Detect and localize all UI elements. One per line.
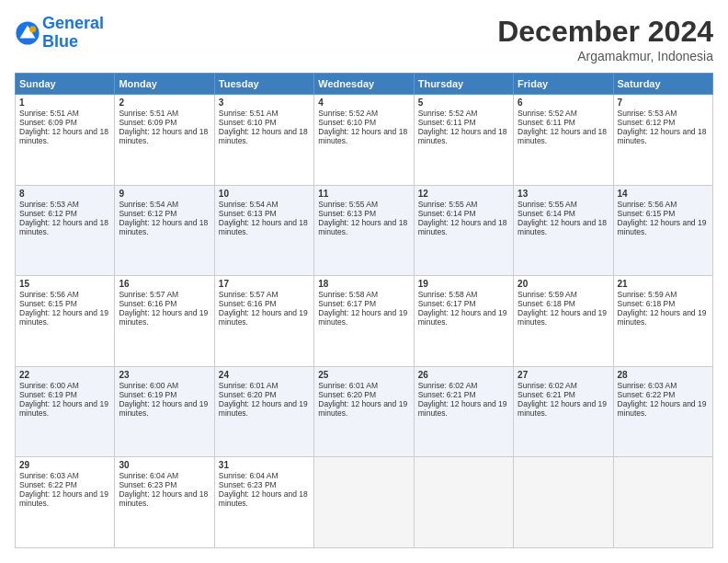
day-number: 12 bbox=[418, 189, 509, 199]
sunrise-time: Sunrise: 5:57 AM bbox=[219, 290, 279, 299]
sunrise-time: Sunrise: 6:04 AM bbox=[219, 471, 279, 480]
col-monday: Monday bbox=[115, 74, 214, 95]
col-thursday: Thursday bbox=[414, 74, 513, 95]
calendar-week-3: 15 Sunrise: 5:56 AM Sunset: 6:15 PM Dayl… bbox=[16, 276, 713, 367]
svg-point-1 bbox=[29, 26, 36, 32]
day-number: 6 bbox=[518, 98, 609, 108]
sunrise-time: Sunrise: 5:58 AM bbox=[318, 290, 378, 299]
calendar-cell: 30 Sunrise: 6:04 AM Sunset: 6:23 PM Dayl… bbox=[115, 457, 214, 548]
calendar-cell bbox=[514, 457, 613, 548]
day-number: 7 bbox=[618, 98, 709, 108]
calendar-cell: 18 Sunrise: 5:58 AM Sunset: 6:17 PM Dayl… bbox=[314, 276, 414, 367]
day-number: 2 bbox=[119, 98, 210, 108]
sunrise-time: Sunrise: 6:02 AM bbox=[518, 381, 577, 390]
calendar-cell: 3 Sunrise: 5:51 AM Sunset: 6:10 PM Dayli… bbox=[214, 95, 313, 186]
col-wednesday: Wednesday bbox=[314, 74, 414, 95]
calendar-cell: 29 Sunrise: 6:03 AM Sunset: 6:22 PM Dayl… bbox=[16, 457, 115, 548]
calendar-table: Sunday Monday Tuesday Wednesday Thursday… bbox=[15, 73, 713, 548]
calendar-cell: 7 Sunrise: 5:53 AM Sunset: 6:12 PM Dayli… bbox=[613, 95, 712, 186]
calendar-cell: 27 Sunrise: 6:02 AM Sunset: 6:21 PM Dayl… bbox=[514, 366, 613, 457]
sunrise-time: Sunrise: 5:52 AM bbox=[318, 109, 378, 118]
calendar-week-4: 22 Sunrise: 6:00 AM Sunset: 6:19 PM Dayl… bbox=[16, 366, 713, 457]
sunrise-time: Sunrise: 5:53 AM bbox=[19, 200, 79, 209]
sunset-time: Sunset: 6:22 PM bbox=[618, 390, 676, 399]
sunset-time: Sunset: 6:22 PM bbox=[19, 480, 77, 489]
col-friday: Friday bbox=[514, 74, 613, 95]
sunrise-time: Sunrise: 6:02 AM bbox=[418, 381, 478, 390]
daylight-info: Daylight: 12 hours and 19 minutes. bbox=[518, 308, 607, 327]
calendar-cell: 6 Sunrise: 5:52 AM Sunset: 6:11 PM Dayli… bbox=[514, 95, 613, 186]
day-number: 29 bbox=[19, 460, 110, 470]
location-subtitle: Argamakmur, Indonesia bbox=[497, 49, 713, 63]
day-number: 24 bbox=[219, 370, 310, 380]
daylight-info: Daylight: 12 hours and 18 minutes. bbox=[19, 127, 108, 145]
daylight-info: Daylight: 12 hours and 18 minutes. bbox=[318, 127, 407, 145]
title-area: December 2024 Argamakmur, Indonesia bbox=[497, 15, 713, 63]
calendar-cell: 12 Sunrise: 5:55 AM Sunset: 6:14 PM Dayl… bbox=[414, 185, 513, 276]
sunset-time: Sunset: 6:20 PM bbox=[318, 390, 376, 399]
sunrise-time: Sunrise: 5:51 AM bbox=[19, 109, 79, 118]
day-number: 15 bbox=[19, 279, 110, 289]
calendar-cell: 2 Sunrise: 5:51 AM Sunset: 6:09 PM Dayli… bbox=[115, 95, 214, 186]
calendar-cell: 21 Sunrise: 5:59 AM Sunset: 6:18 PM Dayl… bbox=[613, 276, 712, 367]
day-number: 1 bbox=[19, 98, 110, 108]
sunset-time: Sunset: 6:21 PM bbox=[418, 390, 476, 399]
sunset-time: Sunset: 6:12 PM bbox=[119, 209, 176, 218]
sunset-time: Sunset: 6:17 PM bbox=[418, 299, 476, 308]
daylight-info: Daylight: 12 hours and 19 minutes. bbox=[19, 399, 108, 418]
daylight-info: Daylight: 12 hours and 19 minutes. bbox=[618, 399, 707, 418]
daylight-info: Daylight: 12 hours and 19 minutes. bbox=[119, 308, 208, 327]
sunrise-time: Sunrise: 5:58 AM bbox=[418, 290, 478, 299]
daylight-info: Daylight: 12 hours and 18 minutes. bbox=[318, 218, 407, 236]
calendar-cell bbox=[414, 457, 513, 548]
sunrise-time: Sunrise: 5:52 AM bbox=[418, 109, 478, 118]
daylight-info: Daylight: 12 hours and 19 minutes. bbox=[119, 399, 208, 418]
sunrise-time: Sunrise: 5:54 AM bbox=[119, 200, 178, 209]
day-number: 18 bbox=[318, 279, 409, 289]
daylight-info: Daylight: 12 hours and 19 minutes. bbox=[318, 399, 407, 418]
day-number: 28 bbox=[618, 370, 709, 380]
daylight-info: Daylight: 12 hours and 19 minutes. bbox=[618, 308, 707, 327]
calendar-cell: 17 Sunrise: 5:57 AM Sunset: 6:16 PM Dayl… bbox=[214, 276, 313, 367]
sunrise-time: Sunrise: 5:51 AM bbox=[219, 109, 279, 118]
daylight-info: Daylight: 12 hours and 19 minutes. bbox=[19, 489, 108, 508]
logo: General Blue bbox=[15, 15, 104, 52]
daylight-info: Daylight: 12 hours and 18 minutes. bbox=[119, 489, 208, 508]
sunrise-time: Sunrise: 5:59 AM bbox=[518, 290, 577, 299]
sunset-time: Sunset: 6:13 PM bbox=[219, 209, 277, 218]
sunrise-time: Sunrise: 5:59 AM bbox=[618, 290, 677, 299]
day-number: 31 bbox=[219, 460, 310, 470]
day-number: 17 bbox=[219, 279, 310, 289]
daylight-info: Daylight: 12 hours and 19 minutes. bbox=[418, 399, 507, 418]
daylight-info: Daylight: 12 hours and 18 minutes. bbox=[518, 218, 607, 236]
daylight-info: Daylight: 12 hours and 18 minutes. bbox=[219, 218, 308, 236]
header: General Blue December 2024 Argamakmur, I… bbox=[15, 15, 713, 63]
col-sunday: Sunday bbox=[16, 74, 115, 95]
sunset-time: Sunset: 6:11 PM bbox=[518, 118, 575, 127]
sunset-time: Sunset: 6:20 PM bbox=[219, 390, 277, 399]
sunset-time: Sunset: 6:18 PM bbox=[518, 299, 575, 308]
day-number: 5 bbox=[418, 98, 509, 108]
sunset-time: Sunset: 6:15 PM bbox=[618, 209, 676, 218]
daylight-info: Daylight: 12 hours and 18 minutes. bbox=[518, 127, 607, 145]
sunrise-time: Sunrise: 5:57 AM bbox=[119, 290, 178, 299]
sunset-time: Sunset: 6:10 PM bbox=[318, 118, 376, 127]
calendar-cell bbox=[613, 457, 712, 548]
daylight-info: Daylight: 12 hours and 19 minutes. bbox=[318, 308, 407, 327]
calendar-cell: 16 Sunrise: 5:57 AM Sunset: 6:16 PM Dayl… bbox=[115, 276, 214, 367]
sunset-time: Sunset: 6:14 PM bbox=[418, 209, 476, 218]
daylight-info: Daylight: 12 hours and 18 minutes. bbox=[418, 218, 507, 236]
sunrise-time: Sunrise: 6:01 AM bbox=[318, 381, 378, 390]
day-number: 3 bbox=[219, 98, 310, 108]
month-year-title: December 2024 bbox=[497, 15, 713, 49]
sunrise-time: Sunrise: 5:55 AM bbox=[518, 200, 577, 209]
calendar-cell: 10 Sunrise: 5:54 AM Sunset: 6:13 PM Dayl… bbox=[214, 185, 313, 276]
daylight-info: Daylight: 12 hours and 18 minutes. bbox=[119, 218, 208, 236]
day-number: 11 bbox=[318, 189, 409, 199]
sunset-time: Sunset: 6:23 PM bbox=[219, 480, 277, 489]
logo-blue: Blue bbox=[42, 32, 78, 51]
logo-general: General bbox=[42, 14, 104, 32]
daylight-info: Daylight: 12 hours and 19 minutes. bbox=[618, 218, 707, 236]
sunset-time: Sunset: 6:12 PM bbox=[19, 209, 77, 218]
sunrise-time: Sunrise: 6:00 AM bbox=[119, 381, 178, 390]
